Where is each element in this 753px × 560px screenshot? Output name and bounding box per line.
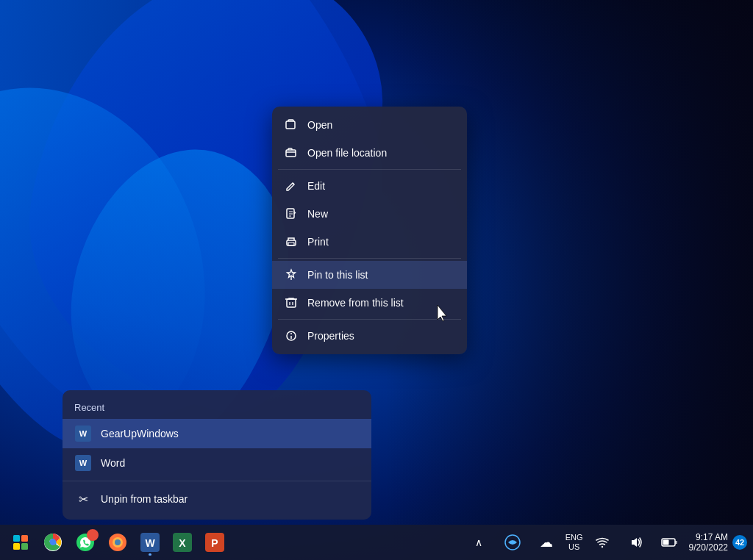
ctx-file-location-label: Open file location [307, 147, 387, 159]
taskbar-whatsapp-icon[interactable] [71, 528, 100, 557]
unpin-taskbar-item[interactable]: ✂ Unpin from taskbar [63, 484, 371, 514]
svg-point-10 [290, 333, 292, 334]
ctx-open-label: Open [307, 119, 332, 131]
taskbar-wifi-icon[interactable] [588, 528, 617, 557]
properties-icon [284, 329, 299, 343]
svg-rect-13 [21, 535, 28, 542]
ctx-new[interactable]: New [272, 200, 467, 228]
unpin-icon: ✂ [74, 490, 92, 508]
taskbar-edge-icon[interactable] [498, 528, 527, 557]
svg-rect-1 [286, 150, 296, 157]
svg-rect-15 [21, 543, 28, 550]
edit-icon [284, 179, 299, 193]
ctx-sep-2 [278, 258, 461, 259]
taskbar-cloud-icon[interactable]: ☁ [532, 528, 561, 557]
ctx-new-label: New [307, 208, 328, 220]
svg-rect-32 [663, 540, 668, 545]
recent-item-word[interactable]: W Word [63, 448, 371, 478]
new-icon [284, 207, 299, 221]
svg-text:W: W [145, 537, 155, 549]
svg-text:X: X [179, 537, 186, 549]
file-location-icon [284, 146, 299, 160]
recent-item-gearup[interactable]: W GearUpWindows [63, 419, 371, 448]
ctx-pin-label: Pin to this list [307, 269, 368, 281]
recent-item-label: GearUpWindows [101, 428, 179, 439]
recent-item-label-2: Word [101, 457, 125, 469]
ctx-pin-to-list[interactable]: Pin to this list [272, 261, 467, 289]
svg-rect-0 [286, 121, 295, 129]
taskbar-start-button[interactable] [6, 528, 35, 557]
taskbar-chevron[interactable]: ∧ [464, 528, 493, 557]
taskbar: W X P ∧ ☁ [0, 525, 753, 560]
ctx-print[interactable]: Print [272, 228, 467, 256]
svg-point-18 [50, 539, 56, 545]
ctx-sep-3 [278, 319, 461, 320]
ctx-properties-label: Properties [307, 330, 354, 342]
recent-title: Recent [63, 402, 371, 419]
svg-point-22 [115, 539, 121, 545]
svg-point-30 [601, 546, 602, 548]
taskbar-excel-icon[interactable]: X [168, 528, 197, 557]
taskbar-word-icon[interactable]: W [135, 528, 165, 557]
separator [63, 481, 371, 481]
taskbar-time: 9:17 AM [689, 532, 728, 542]
open-icon [284, 118, 299, 132]
taskbar-ppt-icon[interactable]: P [200, 528, 229, 557]
pin-icon [284, 268, 299, 282]
ctx-sep-1 [278, 169, 461, 170]
word-icon-2: W [74, 454, 92, 472]
word-doc-icon: W [74, 425, 92, 442]
taskbar-firefox-icon[interactable] [103, 528, 132, 557]
ctx-open[interactable]: Open [272, 111, 467, 139]
taskbar-date: 9/20/2022 [689, 542, 728, 553]
svg-rect-14 [13, 543, 20, 550]
ctx-properties[interactable]: Properties [272, 322, 467, 350]
taskbar-system-tray: ∧ ☁ ENG US [464, 528, 747, 557]
whatsapp-badge [87, 529, 99, 541]
taskbar-language[interactable]: ENG US [565, 533, 583, 552]
ctx-print-label: Print [307, 236, 329, 248]
remove-icon [284, 295, 299, 310]
unpin-label: Unpin from taskbar [101, 493, 188, 505]
ctx-remove-label: Remove from this list [307, 297, 404, 309]
svg-rect-6 [287, 299, 296, 307]
taskbar-sound-icon[interactable] [621, 528, 651, 557]
ctx-edit[interactable]: Edit [272, 172, 467, 200]
svg-rect-12 [13, 535, 20, 542]
taskbar-apps: W X P [6, 528, 229, 557]
taskbar-clock[interactable]: 9:17 AM 9/20/2022 [689, 532, 728, 553]
taskbar-battery-icon[interactable] [655, 528, 685, 557]
taskbar-notification-badge[interactable]: 42 [732, 535, 747, 550]
print-icon [284, 234, 299, 249]
context-menu: Open Open file location Edit [272, 107, 467, 354]
svg-text:P: P [211, 537, 218, 549]
ctx-open-file-location[interactable]: Open file location [272, 139, 467, 167]
recent-panel: Recent W GearUpWindows W Word ✂ Unpin fr… [63, 390, 371, 520]
taskbar-chrome-icon[interactable] [38, 528, 68, 557]
ctx-remove-from-list[interactable]: Remove from this list [272, 289, 467, 317]
ctx-edit-label: Edit [307, 180, 325, 192]
